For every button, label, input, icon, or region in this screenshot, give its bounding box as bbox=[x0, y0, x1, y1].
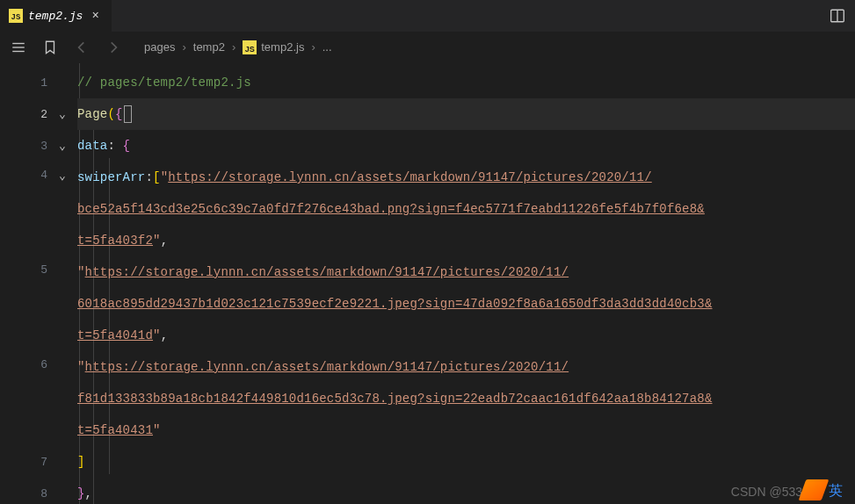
js-file-icon: JS bbox=[243, 40, 257, 54]
tab-label: temp2.js bbox=[28, 10, 83, 23]
fold-column: ⌄ ⌄ ⌄ bbox=[54, 63, 77, 504]
nav-back-button[interactable] bbox=[74, 40, 90, 55]
ime-indicator: 英 bbox=[802, 478, 855, 504]
nav-forward-button[interactable] bbox=[105, 40, 121, 55]
breadcrumb-temp2[interactable]: temp2 bbox=[193, 40, 225, 54]
chevron-right-icon: › bbox=[311, 40, 315, 54]
bookmark-icon[interactable] bbox=[42, 40, 58, 55]
line-number-gutter: 1 2 3 4 5 6 7 8 bbox=[0, 63, 54, 504]
text-cursor bbox=[124, 105, 132, 123]
breadcrumb[interactable]: pages › temp2 › JS temp2.js › ... bbox=[144, 40, 332, 54]
tab-bar-spacer bbox=[112, 0, 820, 32]
code-editor[interactable]: 1 2 3 4 5 6 7 8 ⌄ ⌄ ⌄ // pages/temp2/tem… bbox=[0, 63, 855, 504]
fold-toggle[interactable]: ⌄ bbox=[54, 98, 77, 130]
tab-bar: JS temp2.js × bbox=[0, 0, 855, 32]
tab-temp2[interactable]: JS temp2.js × bbox=[0, 0, 112, 32]
split-editor-button[interactable] bbox=[820, 0, 855, 32]
fold-toggle[interactable]: ⌄ bbox=[54, 162, 77, 256]
chevron-right-icon: › bbox=[182, 40, 185, 54]
tab-close-button[interactable]: × bbox=[88, 9, 102, 23]
breadcrumb-more[interactable]: ... bbox=[322, 40, 332, 54]
code-area[interactable]: // pages/temp2/temp2.js Page({ data: { s… bbox=[77, 63, 855, 504]
chevron-right-icon: › bbox=[232, 40, 235, 54]
sogou-icon bbox=[799, 479, 830, 500]
list-icon[interactable] bbox=[11, 40, 26, 55]
fold-toggle[interactable]: ⌄ bbox=[54, 130, 77, 162]
watermark-text: CSDN @533 bbox=[731, 485, 802, 499]
js-file-icon: JS bbox=[9, 9, 23, 23]
breadcrumb-pages[interactable]: pages bbox=[144, 40, 175, 54]
editor-toolbar: pages › temp2 › JS temp2.js › ... bbox=[0, 32, 855, 63]
breadcrumb-file[interactable]: JS temp2.js bbox=[243, 40, 304, 54]
